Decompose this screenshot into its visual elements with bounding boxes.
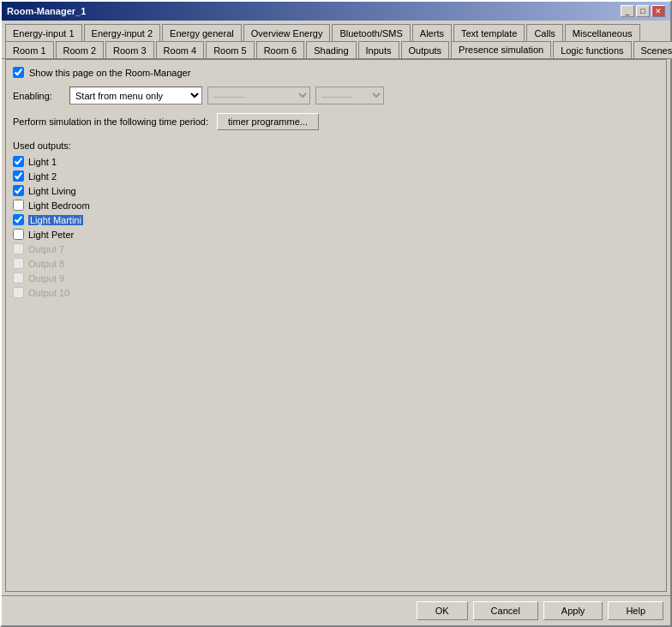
output-label-8: Output 9 [28,273,64,284]
output-item-6: Output 7 [13,243,659,254]
output-item-1: Light 2 [13,170,659,182]
tab-alerts[interactable]: Alerts [412,24,452,41]
output-checkbox-5[interactable] [13,229,24,240]
enabling-label: Enabling: [13,91,64,101]
tab-row-1: Energy-input 1 Energy-input 2 Energy gen… [2,21,670,41]
footer: OK Cancel Apply Help [2,595,670,625]
output-label-5: Light Peter [28,230,74,240]
tab-room-6[interactable]: Room 6 [256,41,305,58]
output-checkbox-9 [13,287,24,298]
enabling-dropdown-2[interactable]: ---------- [207,87,310,104]
apply-button[interactable]: Apply [543,601,603,620]
minimize-button[interactable]: _ [621,5,634,17]
tab-calls[interactable]: Calls [526,24,562,41]
maximize-button[interactable]: □ [636,5,650,17]
title-bar: Room-Manager_1 _ □ ✕ [2,2,670,21]
output-label-9: Output 10 [28,288,69,298]
output-checkbox-3[interactable] [13,200,24,211]
output-item-8: Output 9 [13,272,659,284]
show-page-checkbox[interactable] [13,67,24,78]
output-checkbox-1[interactable] [13,170,24,182]
tab-shading[interactable]: Shading [306,41,356,58]
title-bar-buttons: _ □ ✕ [621,5,665,17]
cancel-button[interactable]: Cancel [473,601,538,620]
enabling-dropdown[interactable]: Start from menu only Always Never [69,87,202,104]
timer-programme-button[interactable]: timer programme... [217,113,319,130]
close-button[interactable]: ✕ [651,5,665,17]
output-checkbox-6 [13,243,24,254]
tab-inputs[interactable]: Inputs [358,41,399,58]
tab-logic-functions[interactable]: Logic functions [553,41,631,58]
output-label-0: Light 1 [28,157,57,167]
content-area: Show this page on the Room-Manager Enabl… [5,59,667,592]
show-page-label: Show this page on the Room-Manager [29,68,190,78]
output-item-2: Light Living [13,185,659,196]
ok-button[interactable]: OK [417,601,468,620]
tab-overview-energy[interactable]: Overview Energy [243,24,331,41]
tab-energy-input-2[interactable]: Energy-input 2 [84,24,161,41]
enabling-row: Enabling: Start from menu only Always Ne… [13,87,659,104]
tab-presence-simulation[interactable]: Presence simulation [451,41,551,58]
used-outputs-label: Used outputs: [13,140,659,151]
tab-room-5[interactable]: Room 5 [206,41,255,58]
output-label-7: Output 8 [28,259,64,269]
output-checkbox-7 [13,258,24,269]
output-item-3: Light Bedroom [13,200,659,211]
tab-miscellaneous[interactable]: Miscellaneous [565,24,640,41]
tab-row-2: Room 1 Room 2 Room 3 Room 4 Room 5 Room … [2,41,670,59]
tab-room-2[interactable]: Room 2 [56,41,105,58]
output-checkbox-2[interactable] [13,185,24,196]
tab-bluetooth-sms[interactable]: Bluetooth/SMS [332,24,410,41]
window-title: Room-Manager_1 [7,6,86,16]
output-label-6: Output 7 [28,244,64,254]
output-item-9: Output 10 [13,287,659,298]
tab-scenes[interactable]: Scenes [633,41,672,58]
output-item-7: Output 8 [13,258,659,269]
output-label-4: Light Martini [28,215,83,225]
tab-energy-general[interactable]: Energy general [162,24,242,41]
tab-room-3[interactable]: Room 3 [105,41,154,58]
main-window: Room-Manager_1 _ □ ✕ Energy-input 1 Ener… [0,0,672,627]
help-button[interactable]: Help [608,601,663,620]
tab-text-template[interactable]: Text template [453,24,525,41]
output-item-0: Light 1 [13,156,659,167]
simulate-text: Perform simulation in the following time… [13,116,208,127]
output-label-3: Light Bedroom [28,200,90,211]
tab-room-1[interactable]: Room 1 [5,41,54,58]
output-label-1: Light 2 [28,171,57,182]
output-item-4: Light Martini [13,214,659,225]
output-checkbox-0[interactable] [13,156,24,167]
tab-outputs[interactable]: Outputs [401,41,450,58]
enabling-dropdown-3[interactable]: ---------- [315,87,384,104]
output-checkbox-8 [13,272,24,284]
output-label-2: Light Living [28,186,76,196]
tab-room-4[interactable]: Room 4 [156,41,205,58]
show-page-row: Show this page on the Room-Manager [13,67,659,78]
output-item-5: Light Peter [13,229,659,240]
timer-row: Perform simulation in the following time… [13,113,659,130]
tab-energy-input-1[interactable]: Energy-input 1 [5,24,82,41]
output-checkbox-4[interactable] [13,214,24,225]
